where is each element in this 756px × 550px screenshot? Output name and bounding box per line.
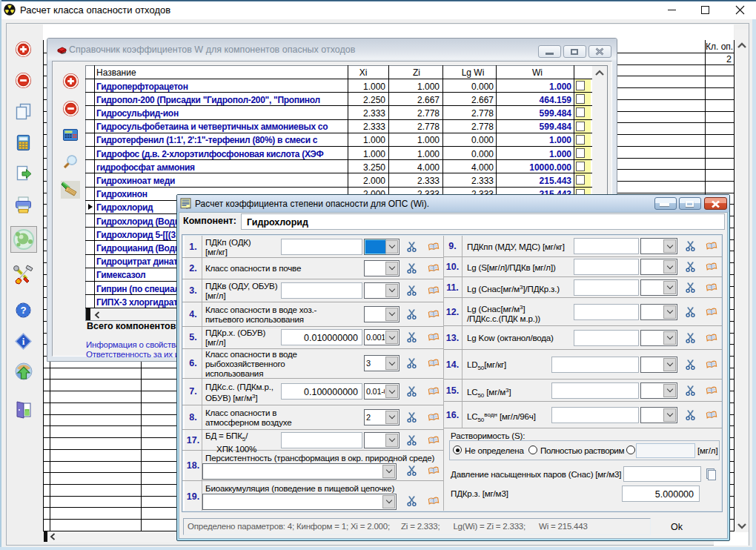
svg-text:i: i (22, 336, 25, 347)
svg-text:?: ? (20, 305, 26, 316)
